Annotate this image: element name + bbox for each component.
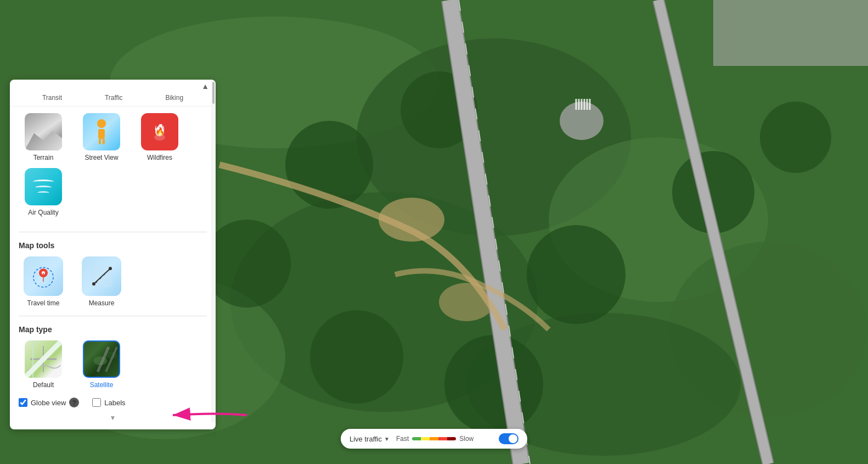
default-map-icon (25, 340, 62, 378)
default-map-type-item[interactable]: Default (19, 340, 68, 389)
svg-point-14 (444, 335, 543, 434)
measure-label: Measure (89, 299, 115, 307)
street-view-label: Street View (84, 154, 118, 161)
red-segment (438, 437, 447, 440)
satellite-map-type-item[interactable]: Satellite (77, 340, 126, 389)
terrain-layer-item[interactable]: Terrain (19, 113, 68, 161)
air-quality-icon (25, 168, 62, 205)
labels-checkbox[interactable] (92, 398, 101, 407)
scroll-down-arrow-icon[interactable]: ▼ (110, 414, 116, 422)
scroll-up-arrow-icon[interactable]: ▲ (201, 82, 209, 91)
svg-point-10 (527, 225, 625, 324)
svg-point-15 (760, 102, 831, 173)
labels-checkbox-item[interactable]: Labels (92, 398, 125, 407)
traffic-toggle[interactable] (499, 433, 518, 444)
traffic-color-bar (412, 437, 456, 440)
checkboxes-row: Globe view ? Labels (10, 393, 216, 412)
svg-point-41 (109, 267, 112, 270)
map-type-heading: Map type (10, 321, 216, 336)
fast-label: Fast (396, 435, 409, 443)
default-map-label: Default (33, 381, 54, 389)
traffic-legend: Fast Slow (396, 435, 492, 443)
divider-1 (19, 232, 207, 232)
darkred-segment (447, 437, 456, 440)
live-traffic-label: Live traffic (350, 435, 382, 443)
wildfires-icon: 🔥 (141, 113, 178, 150)
air-quality-label: Air Quality (28, 209, 58, 216)
globe-view-label: Globe view (31, 399, 66, 407)
wildfires-layer-item[interactable]: 🔥 Wildfires (135, 113, 184, 161)
wildfires-label: Wildfires (147, 154, 172, 161)
scroll-up-area: ▲ (10, 80, 216, 91)
yellow-segment (421, 437, 430, 440)
measure-icon (82, 256, 121, 296)
transit-tab[interactable]: Transit (42, 94, 62, 102)
travel-time-tool-item[interactable]: Travel time (19, 256, 68, 307)
svg-point-11 (310, 310, 403, 404)
measure-tool-item[interactable]: Measure (77, 256, 126, 307)
orange-segment (430, 437, 438, 440)
live-traffic-dropdown[interactable]: Live traffic ▼ (350, 435, 390, 443)
partial-header-row: Transit Traffic Biking (10, 91, 216, 107)
satellite-map-label: Satellite (90, 381, 114, 389)
svg-rect-25 (713, 0, 868, 66)
layers-panel: ▲ Transit Traffic Biking Terrain (10, 80, 216, 429)
map-tools-heading: Map tools (10, 237, 216, 252)
svg-point-40 (92, 282, 95, 286)
svg-text:🔥: 🔥 (155, 127, 165, 136)
green-segment (412, 437, 421, 440)
labels-label: Labels (104, 399, 125, 407)
slow-label: Slow (459, 435, 474, 443)
street-view-layer-item[interactable]: Street View (77, 113, 126, 161)
globe-view-checkbox[interactable] (19, 398, 27, 407)
traffic-dropdown-chevron: ▼ (384, 436, 390, 442)
biking-tab[interactable]: Biking (165, 94, 183, 102)
terrain-label: Terrain (33, 154, 54, 161)
travel-time-icon (24, 256, 63, 296)
air-quality-layer-item[interactable]: Air Quality (19, 168, 68, 216)
terrain-icon (25, 113, 62, 150)
globe-view-checkbox-item[interactable]: Globe view ? (19, 398, 79, 407)
svg-point-13 (203, 220, 291, 308)
satellite-map-icon (83, 340, 120, 378)
travel-time-label: Travel time (27, 299, 60, 307)
divider-2 (19, 316, 207, 316)
traffic-tab[interactable]: Traffic (105, 94, 123, 102)
scroll-down-area: ▼ (10, 412, 216, 423)
globe-view-help-icon[interactable]: ? (69, 398, 79, 407)
traffic-bar: Live traffic ▼ Fast Slow (341, 429, 527, 449)
street-view-icon (83, 113, 120, 150)
